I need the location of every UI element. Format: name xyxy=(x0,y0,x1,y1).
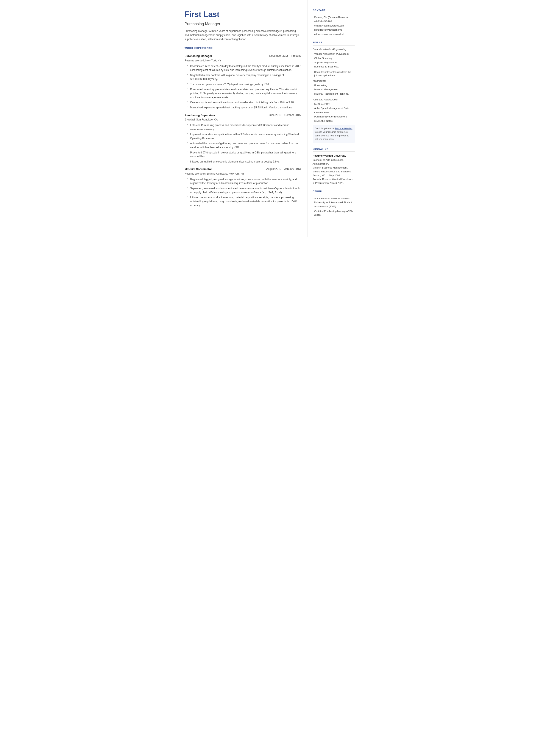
edu-major: Major in Business Management. xyxy=(313,166,355,170)
job-1-dates: November 2015 – Present xyxy=(269,54,301,58)
bullet-item: Enforced Purchasing process and procedur… xyxy=(187,123,301,131)
bullet-item: Negotiated a new contract with a global … xyxy=(187,73,301,81)
job-1-bullets: Coordinated zero defect (ZD) day that ca… xyxy=(185,64,301,110)
bullet-item: Automated the process of gathering due d… xyxy=(187,141,301,149)
skill-item: PurchasingNet eProcurement. xyxy=(313,115,355,119)
skills-section: SKILLS Data Visualization/Engineering: V… xyxy=(313,41,355,142)
candidate-name: First Last xyxy=(185,9,301,20)
bullet-item: Initiated annual bid on electronic eleme… xyxy=(187,160,301,164)
skill-item: IBM Lotus Notes. xyxy=(313,119,355,123)
job-2-dates: June 2013 – October 2015 xyxy=(269,113,300,117)
skill-category-techniques: Techniques: xyxy=(313,79,355,83)
scan-note: Don't forget to use Resume Worded to sca… xyxy=(313,125,355,143)
bullet-item: Transcended year-over-year (YoY) departm… xyxy=(187,82,301,86)
job-1-company: Resume Worded, New York, NY xyxy=(185,59,301,63)
summary-text: Purchasing Manager with ten years of exp… xyxy=(185,29,301,42)
job-1: Purchasing Manager November 2015 – Prese… xyxy=(185,54,301,109)
recruiter-note: Recruiter note: enter skills from the jo… xyxy=(313,70,355,77)
skill-category-tools: Tools and Frameworks: xyxy=(313,98,355,101)
skill-item: Supplier Negotiation xyxy=(313,61,355,65)
skill-item: Global Sourcing. xyxy=(313,56,355,61)
candidate-title: Purchasing Manager xyxy=(185,21,301,27)
other-item: Volunteered at Resume Worded University … xyxy=(313,197,355,209)
scan-note-link[interactable]: Resume Worded xyxy=(335,127,352,130)
edu-minor: Minors in Economics and Statistics. xyxy=(313,170,355,174)
skill-item: Oracle DBMS xyxy=(313,111,355,115)
bullet-item: Registered, tagged, assigned storage loc… xyxy=(187,177,301,185)
contact-section: CONTACT Denver, OH (Open to Remote) +1-2… xyxy=(313,9,355,36)
education-section: EDUCATION Resume Worded University Bache… xyxy=(313,147,355,185)
work-experience-section-title: WORK EXPERIENCE xyxy=(185,46,301,51)
skill-item: NetSuite ERP. xyxy=(313,102,355,106)
bullet-item: Prevented 67% upscale in power stocks by… xyxy=(187,151,301,159)
job-1-title: Purchasing Manager xyxy=(185,54,212,58)
job-3-header: Material Coordinator August 2010 – Janua… xyxy=(185,167,301,171)
bullet-item: Forecasted inventory prerequisites, eval… xyxy=(187,88,301,99)
education-section-title: EDUCATION xyxy=(313,147,355,152)
edu-award: Awards: Resume Worded Excellence in Proc… xyxy=(313,177,355,185)
job-3-dates: August 2010 – January 2013 xyxy=(266,167,301,171)
contact-item: Denver, OH (Open to Remote) xyxy=(313,15,355,20)
contact-item: +1-234-456-789 xyxy=(313,19,355,24)
contact-item: github.com/resumeworded xyxy=(313,32,355,37)
skill-item: Material Management xyxy=(313,88,355,92)
job-2: Purchasing Supervisor June 2013 – Octobe… xyxy=(185,113,301,164)
resume-page: First Last Purchasing Manager Purchasing… xyxy=(176,0,359,237)
skills-section-title: SKILLS xyxy=(313,41,355,45)
job-3-bullets: Registered, tagged, assigned storage loc… xyxy=(185,177,301,208)
job-2-title: Purchasing Supervisor xyxy=(185,113,215,118)
other-section: OTHER Volunteered at Resume Worded Unive… xyxy=(313,190,355,217)
edu-degree: Bachelor of Arts in Business Administrat… xyxy=(313,158,355,166)
edu-location-date: Boston, MA — May 2009 xyxy=(313,174,355,178)
job-1-header: Purchasing Manager November 2015 – Prese… xyxy=(185,54,301,58)
contact-section-title: CONTACT xyxy=(313,9,355,13)
bullet-item: Separated, examined, and communicated re… xyxy=(187,186,301,194)
job-3-title: Material Coordinator xyxy=(185,167,212,171)
other-section-title: OTHER xyxy=(313,190,355,194)
scan-note-suffix: to scan your resume before you send it o… xyxy=(315,130,349,140)
job-2-company: Growthsi, San Francisco, CA xyxy=(185,118,301,122)
bullet-item: Oversaw cycle and annual inventory count… xyxy=(187,100,301,104)
header-section: First Last Purchasing Manager Purchasing… xyxy=(185,9,301,42)
skill-item: Business-to-Business. xyxy=(313,65,355,69)
skill-item: Vendor Negotiation (Advanced) xyxy=(313,52,355,56)
skill-item: Forecasting. xyxy=(313,83,355,88)
right-column: CONTACT Denver, OH (Open to Remote) +1-2… xyxy=(307,0,359,237)
job-2-header: Purchasing Supervisor June 2013 – Octobe… xyxy=(185,113,301,118)
job-3: Material Coordinator August 2010 – Janua… xyxy=(185,167,301,208)
bullet-item: Initiated in-process production reports,… xyxy=(187,195,301,208)
bullet-item: Maintained expansive spreadsheet trackin… xyxy=(187,106,301,110)
skill-item: Ariba Spend Management Suite. xyxy=(313,106,355,111)
scan-note-prefix: Don't forget to use xyxy=(315,127,335,130)
contact-item: linkedin.com/in/username xyxy=(313,28,355,32)
skill-item: Material Requirement Planning. xyxy=(313,92,355,96)
bullet-item: Coordinated zero defect (ZD) day that ca… xyxy=(187,64,301,72)
edu-university-name: Resume Worded University xyxy=(313,154,355,158)
other-item: Certified Purchasing Manager-CPM (2016) xyxy=(313,209,355,217)
skill-category-data-viz: Data Visualization/Engineering: xyxy=(313,48,355,51)
bullet-item: Improved requisition completion time wit… xyxy=(187,132,301,140)
left-column: First Last Purchasing Manager Purchasing… xyxy=(176,0,307,237)
job-2-bullets: Enforced Purchasing process and procedur… xyxy=(185,123,301,164)
contact-item: email@resumeworded.com xyxy=(313,24,355,28)
job-3-company: Resume Worded's Exciting Company, New Yo… xyxy=(185,172,301,176)
